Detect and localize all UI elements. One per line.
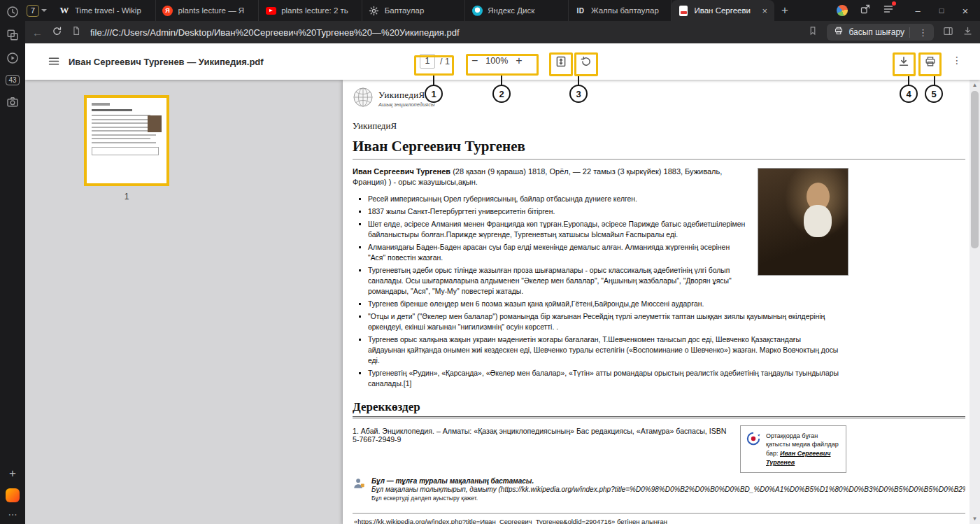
add-panel-button[interactable]: + (9, 468, 16, 479)
annotation-box-download (893, 52, 916, 76)
tab-general-settings[interactable]: ID Жалпы баптаулар (569, 0, 672, 21)
close-tab-icon[interactable]: × (761, 6, 768, 15)
notification-dot (892, 1, 896, 6)
chevron-down-icon (41, 9, 47, 12)
extension-badge-43[interactable]: 43 (6, 75, 19, 85)
annotation-box-zoom (466, 54, 539, 76)
share-icon[interactable] (860, 3, 871, 17)
stub-notice: Бұл — тұлға туралы мақаланың бастамасы. … (353, 477, 965, 502)
notifications-list-icon[interactable] (883, 3, 894, 17)
pdf-page: УикипедиЯ Ашық энциклопедиясы УикипедиЯ … (343, 80, 970, 524)
tab-time-travel[interactable]: W Time travel - Wikip (52, 0, 156, 21)
stub-line-1: Бұл — тұлға туралы мақаланың бастамасы. (371, 477, 965, 485)
tab-turgenev-pdf-active[interactable]: Иван Сергееви × (672, 0, 774, 21)
more-options-icon[interactable]: ⋮ (950, 55, 964, 66)
youtube-favicon (266, 7, 276, 15)
tab-strip: 7 W Time travel - Wikip Я plants lecture… (25, 0, 980, 21)
downloads-icon[interactable] (963, 26, 973, 39)
thumbnail-portrait-block (148, 115, 162, 132)
address-bar: ← file:///C:/Users/Admin/Desktop/Иван%20… (25, 21, 980, 43)
print-button[interactable]: басып шығару ⋮ (827, 24, 934, 41)
tab-settings[interactable]: Баптаулар (362, 0, 466, 21)
tabs-container: W Time travel - Wikip Я plants lecture —… (52, 0, 774, 21)
tabbar-right-controls: – □ × (837, 3, 980, 17)
id-favicon: ID (575, 5, 586, 16)
browser-left-rail: 43 + ⋯ (0, 0, 25, 524)
printer-icon (834, 26, 844, 38)
article-intro: Иван Сергеевич Тургенев (28 қазан (9 қар… (353, 167, 965, 188)
thumbnail-panel: 1 (84, 95, 169, 201)
tab-counter-button[interactable]: 7 (25, 5, 47, 17)
print-options-icon[interactable]: ⋮ (915, 27, 931, 38)
url-text[interactable]: file:///C:/Users/Admin/Desktop/Иван%20Се… (90, 27, 799, 38)
turgenev-portrait-image (758, 168, 848, 276)
screenshot-icon[interactable] (6, 96, 19, 108)
scrollbar-thumb[interactable] (971, 91, 979, 248)
wikipedia-globe-logo (353, 87, 374, 111)
wikipedia-header: УикипедиЯ Ашық энциклопедиясы (353, 87, 965, 111)
wikipedia-favicon: W (59, 5, 70, 16)
history-icon[interactable] (6, 6, 19, 18)
list-item: Тургеневтің «Рудин», «Қарсаңда», «Әкелер… (368, 369, 839, 390)
commons-media-box: Ортаққорда бұған қатысты медиа файлдар б… (740, 425, 846, 473)
bookmark-icon[interactable] (808, 26, 818, 38)
refresh-button[interactable] (52, 26, 62, 39)
minimize-button[interactable]: – (906, 6, 930, 16)
stub-line-2: Бұл мақаланы толықтырып, дамыту (https:/… (371, 486, 965, 493)
list-item: "Отцы и дети" ("Әкелер мен балалар") ром… (368, 312, 839, 333)
annotation-box-fit (549, 52, 573, 76)
rail-more-icon[interactable]: ⋯ (8, 511, 17, 518)
annotation-marker-2: 2 (492, 85, 511, 103)
side-panel-icon[interactable] (943, 26, 953, 39)
file-icon[interactable] (71, 26, 81, 38)
new-tab-button[interactable]: + (774, 3, 795, 17)
retrieved-from-line: «https://kk.wikipedia.org/w/index.php?ti… (353, 513, 965, 524)
article-title: Иван Сергеевич Тургенев (353, 138, 965, 160)
site-name-text: УикипедиЯ (353, 120, 965, 132)
annotation-box-page-indicator (414, 55, 454, 76)
wikipedia-tagline: Ашық энциклопедиясы (378, 101, 434, 108)
annotation-marker-1: 1 (425, 85, 443, 103)
scroll-up-arrow[interactable]: ▲ (970, 80, 980, 90)
commons-logo-icon (746, 432, 760, 467)
annotation-marker-5: 5 (925, 85, 943, 103)
yandex-disk-favicon (472, 6, 483, 16)
tab-plants-lecture-ya[interactable]: Я plants lecture — Я (156, 0, 260, 21)
stub-line-3: Бұл ескертуді дәлдеп ауыстыру қажет. (371, 495, 965, 502)
tab-count: 7 (27, 5, 39, 17)
messenger-icon[interactable] (6, 488, 20, 502)
workspaces-icon[interactable] (6, 29, 19, 41)
menu-icon[interactable] (48, 55, 59, 70)
profile-avatar[interactable] (837, 5, 848, 16)
browser-window: 43 + ⋯ 7 W Time travel - Wikip Я plants … (0, 0, 980, 524)
video-play-icon[interactable] (6, 52, 19, 64)
pdf-viewer-area: 1 УикипедиЯ Ашық энциклопедиясы Уикипеди… (25, 80, 980, 524)
article-fact-list: Ресей империясының Орел губерниясының, б… (368, 194, 965, 390)
maximize-button[interactable]: □ (930, 6, 953, 15)
page-thumbnail[interactable] (84, 95, 169, 186)
tab-yandex-disk[interactable]: Яндекс Диск (465, 0, 569, 21)
vertical-scrollbar[interactable]: ▲ ▼ (970, 80, 980, 524)
annotation-marker-3: 3 (569, 85, 588, 103)
gear-icon (369, 5, 380, 16)
document-title: Иван Сергеевич Тургенев — Уикипедия.pdf (69, 57, 264, 67)
scroll-down-arrow[interactable]: ▼ (970, 514, 980, 524)
reference-item: 1. Абай. Энциклопедия. – Алматы: «Қазақ … (353, 427, 965, 444)
pdf-favicon (679, 6, 688, 16)
annotation-box-print (918, 52, 942, 76)
close-window-button[interactable]: × (953, 5, 977, 17)
thumbnail-page-number: 1 (84, 192, 169, 201)
annotation-box-rotate (574, 52, 598, 76)
tab-plants-lecture-youtube[interactable]: plants lecture: 2 ть (259, 0, 362, 21)
list-item: Тургенев біренше өлеңдер мен 6 поэма жаз… (368, 299, 839, 310)
person-stub-icon (353, 477, 365, 493)
back-button[interactable]: ← (32, 27, 43, 38)
references-heading: Дереккөздер (353, 400, 965, 418)
annotation-marker-4: 4 (900, 85, 918, 103)
list-item: Тургенев орыс халқына жақын украин мәден… (368, 335, 839, 366)
yandex-favicon: Я (162, 6, 173, 16)
